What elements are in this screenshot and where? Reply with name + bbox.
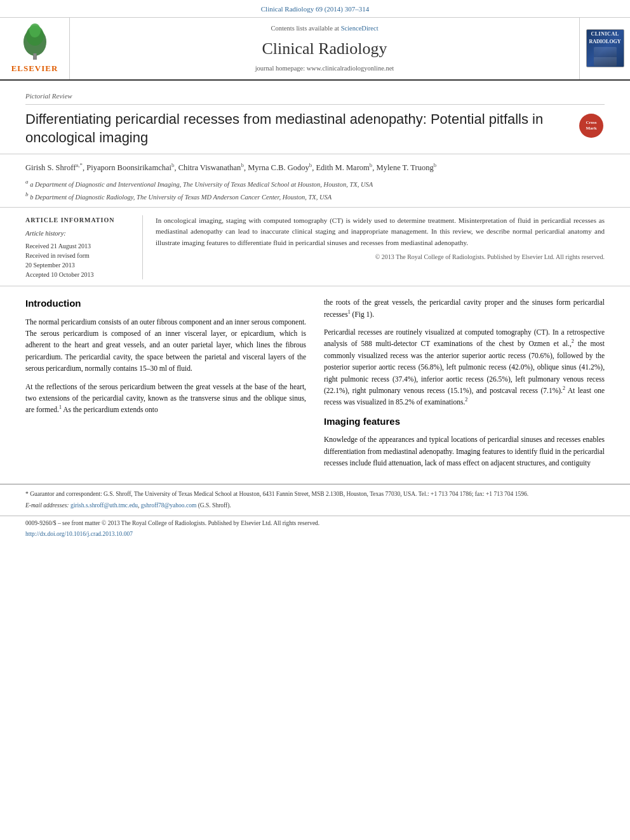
elsevier-name: ELSEVIER [11, 62, 58, 75]
email-suffix: (G.S. Shroff). [198, 502, 231, 509]
right-intro-text-2: Pericardial recesses are routinely visua… [324, 326, 605, 408]
journal-reference-bar: Clinical Radiology 69 (2014) 307–314 [0, 0, 630, 18]
affiliation-a: a a Department of Diagnostic and Interve… [25, 178, 605, 189]
journal-title: Clinical Radiology [262, 36, 387, 61]
authors-section: Girish S. Shroffa,*, Piyaporn Boonsirika… [0, 154, 630, 208]
journal-title-area: Contents lists available at ScienceDirec… [70, 18, 579, 80]
article-info-column: ARTICLE INFORMATION Article history: Rec… [25, 215, 143, 279]
footer-notes: * Guarantor and correspondent: G.S. Shro… [0, 484, 630, 516]
revised-date: 20 September 2013 [25, 260, 133, 270]
elsevier-logo: ELSEVIER [11, 23, 58, 75]
right-intro-text-1: the roots of the great vessels, the peri… [324, 297, 605, 320]
article-header-section: Pictorial Review Differentiating pericar… [0, 81, 630, 154]
imaging-features-heading: Imaging features [324, 415, 605, 429]
revised-label: Received in revised form [25, 251, 133, 260]
contents-text: Contents lists available at [271, 25, 339, 32]
guarantor-note: * Guarantor and correspondent: G.S. Shro… [25, 490, 605, 498]
journal-logo-right: CLINICAL RADIOLOGY [579, 18, 630, 80]
left-column: Introduction The normal pericardium cons… [25, 297, 306, 475]
crossmark-icon: CrossMark [579, 114, 603, 138]
journal-brand-logo: CLINICAL RADIOLOGY [586, 29, 624, 67]
imaging-features-text: Knowledge of the appearances and typical… [324, 434, 605, 469]
introduction-heading: Introduction [25, 297, 306, 311]
crossmark-badge[interactable]: CrossMark [579, 114, 605, 139]
email2-link[interactable]: gshroff78@yahoo.com [141, 502, 196, 509]
issn-note: 0009-9260/$ – see front matter © 2013 Th… [25, 519, 605, 528]
article-history-label: Article history: [25, 229, 133, 239]
right-column: the roots of the great vessels, the peri… [324, 297, 605, 475]
journal-ref-text: Clinical Radiology 69 (2014) 307–314 [261, 5, 369, 13]
footer-bottom: 0009-9260/$ – see front matter © 2013 Th… [0, 516, 630, 539]
article-info-abstract-section: ARTICLE INFORMATION Article history: Rec… [0, 208, 630, 286]
copyright-line: © 2013 The Royal College of Radiologists… [156, 252, 605, 262]
article-info-heading: ARTICLE INFORMATION [25, 215, 133, 225]
svg-point-3 [29, 23, 41, 37]
abstract-column: In oncological imaging, staging with com… [156, 215, 605, 279]
intro-paragraph-2: At the reflections of the serous pericar… [25, 381, 306, 416]
abstract-text: In oncological imaging, staging with com… [156, 215, 605, 248]
doi-link-line: http://dx.doi.org/10.1016/j.crad.2013.10… [25, 530, 605, 538]
journal-header: ELSEVIER Contents lists available at Sci… [0, 18, 630, 81]
email-addresses-line: E-mail addresses: girish.s.shroff@uth.tm… [25, 501, 605, 510]
affiliation-b: b b Department of Diagnostic Radiology, … [25, 190, 605, 202]
section-type-label: Pictorial Review [25, 91, 605, 105]
journal-homepage: journal homepage: www.clinicalradiologyo… [255, 63, 394, 74]
email-label: E-mail addresses: [25, 502, 69, 509]
sciencedirect-link[interactable]: ScienceDirect [341, 25, 379, 32]
elsevier-tree-icon [13, 23, 57, 61]
contents-available-line: Contents lists available at ScienceDirec… [271, 23, 378, 34]
main-content-area: Introduction The normal pericardium cons… [0, 286, 630, 481]
authors-line: Girish S. Shroffa,*, Piyaporn Boonsirika… [25, 161, 605, 174]
email1-link[interactable]: girish.s.shroff@uth.tmc.edu [70, 502, 138, 509]
intro-paragraph-1: The normal pericardium consists of an ou… [25, 316, 306, 375]
elsevier-logo-area: ELSEVIER [0, 18, 70, 80]
doi-link[interactable]: http://dx.doi.org/10.1016/j.crad.2013.10… [25, 531, 133, 537]
article-title-row: Differentiating pericardial recesses fro… [25, 110, 605, 147]
received-date: Received 21 August 2013 [25, 241, 133, 251]
article-title: Differentiating pericardial recesses fro… [25, 110, 579, 147]
accepted-date: Accepted 10 October 2013 [25, 270, 133, 279]
